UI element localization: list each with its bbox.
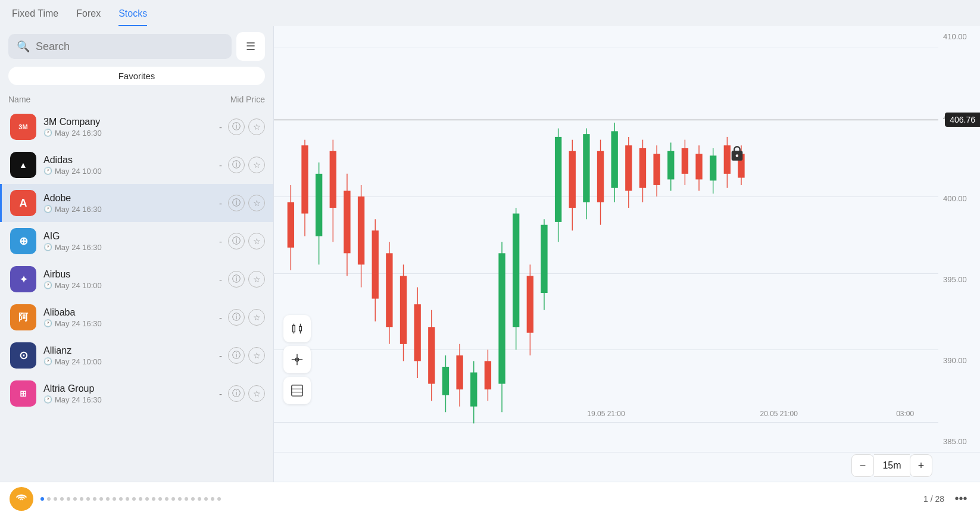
svg-rect-35 [527, 276, 533, 332]
pagination-dot-1[interactable] [40, 497, 44, 501]
svg-rect-29 [485, 361, 491, 389]
tab-fixed-time[interactable]: Fixed Time [12, 8, 58, 26]
stock-actions-adobe: ⓘ ☆ [228, 195, 265, 211]
time-increase-button[interactable]: + [910, 454, 932, 477]
stock-actions-aig: ⓘ ☆ [228, 233, 265, 249]
stock-item-altria[interactable]: ⊞ Altria Group 🕐 May 24 16:30 - ⓘ ☆ [0, 374, 273, 413]
star-icon-3m[interactable]: ☆ [248, 118, 265, 135]
svg-rect-13 [372, 230, 379, 298]
stock-info-alibaba: Alibaba 🕐 May 24 16:30 [43, 307, 219, 328]
tab-stocks[interactable]: Stocks [118, 8, 147, 26]
pagination-dot-14[interactable] [126, 497, 129, 501]
svg-rect-66 [293, 326, 295, 332]
svg-rect-1 [288, 202, 294, 248]
stock-price-altria: - [219, 389, 222, 399]
pagination-dot-21[interactable] [171, 497, 175, 501]
stock-item-aig[interactable]: ⊕ AIG 🕐 May 24 16:30 - ⓘ ☆ [0, 222, 273, 260]
star-icon-aig[interactable]: ☆ [248, 233, 265, 249]
stock-time-3m: 🕐 May 24 16:30 [43, 129, 219, 138]
svg-rect-7 [330, 151, 336, 208]
stock-name-alibaba: Alibaba [43, 307, 219, 318]
info-icon-altria[interactable]: ⓘ [228, 385, 245, 402]
grid-tool-button[interactable] [283, 377, 311, 404]
stock-item-allianz[interactable]: ⊙ Allianz 🕐 May 24 10:00 - ⓘ ☆ [0, 336, 273, 374]
pagination-dot-19[interactable] [158, 497, 162, 501]
pagination-dot-12[interactable] [113, 497, 116, 501]
pagination-dot-16[interactable] [139, 497, 142, 501]
chart-bottom: − 15m + [274, 452, 980, 482]
stock-item-airbus[interactable]: ✦ Airbus 🕐 May 24 10:00 - ⓘ ☆ [0, 260, 273, 298]
price-level-5: 390.00 [943, 356, 975, 365]
search-input[interactable] [36, 40, 223, 53]
time-control: − 15m + [851, 454, 932, 477]
pagination-dot-11[interactable] [106, 497, 110, 501]
stock-logo-airbus: ✦ [10, 266, 36, 292]
pagination-dot-27[interactable] [211, 497, 214, 501]
pagination-dot-5[interactable] [67, 497, 70, 501]
svg-rect-33 [513, 214, 519, 327]
svg-rect-55 [667, 151, 674, 180]
more-button[interactable]: ••• [951, 489, 970, 508]
stock-name-adobe: Adobe [43, 193, 219, 204]
favorites-button[interactable]: Favorites [8, 67, 265, 85]
pagination-dot-10[interactable] [99, 497, 103, 501]
stock-info-adobe: Adobe 🕐 May 24 16:30 [43, 193, 219, 214]
info-icon-adobe[interactable]: ⓘ [228, 195, 245, 211]
star-icon-adidas[interactable]: ☆ [248, 157, 265, 173]
svg-rect-57 [682, 148, 688, 174]
pagination-dot-3[interactable] [54, 497, 57, 501]
stock-item-alibaba[interactable]: 阿 Alibaba 🕐 May 24 16:30 - ⓘ ☆ [0, 298, 273, 336]
pagination-dot-25[interactable] [198, 497, 201, 501]
filter-button[interactable]: ☰ [236, 32, 265, 61]
pagination-dot-24[interactable] [191, 497, 195, 501]
time-decrease-button[interactable]: − [851, 454, 874, 477]
signal-button[interactable] [10, 487, 33, 511]
pagination-dot-2[interactable] [47, 497, 51, 501]
stock-item-3m[interactable]: 3M 3M Company 🕐 May 24 16:30 - ⓘ ☆ [0, 108, 273, 146]
info-icon-airbus[interactable]: ⓘ [228, 271, 245, 288]
stock-item-adidas[interactable]: ▲ Adidas 🕐 May 24 10:00 - ⓘ ☆ [0, 146, 273, 184]
svg-rect-53 [653, 154, 660, 185]
pagination-dot-23[interactable] [185, 497, 188, 501]
pagination-dot-13[interactable] [119, 497, 123, 501]
pagination-dot-18[interactable] [152, 497, 155, 501]
tab-forex[interactable]: Forex [76, 8, 101, 26]
stock-logo-adobe: A [10, 190, 36, 216]
pagination-dot-7[interactable] [80, 497, 83, 501]
star-icon-airbus[interactable]: ☆ [248, 271, 265, 288]
stock-item-adobe[interactable]: A Adobe 🕐 May 24 16:30 - ⓘ ☆ [0, 184, 273, 222]
chart-main[interactable]: 410.00 405.00 400.00 395.00 390.00 385.0… [274, 26, 980, 452]
pagination-dot-20[interactable] [165, 497, 168, 501]
stock-info-allianz: Allianz 🕐 May 24 10:00 [43, 345, 219, 366]
info-icon-aig[interactable]: ⓘ [228, 233, 245, 249]
search-icon: 🔍 [17, 40, 30, 53]
price-level-3: 400.00 [943, 194, 975, 203]
info-icon-adidas[interactable]: ⓘ [228, 157, 245, 173]
search-box[interactable]: 🔍 [8, 34, 232, 59]
info-icon-allianz[interactable]: ⓘ [228, 347, 245, 364]
chart-annotation-icon[interactable] [729, 145, 747, 163]
pagination-dot-9[interactable] [93, 497, 96, 501]
search-row: 🔍 ☰ [0, 32, 273, 67]
candlestick-tool-button[interactable] [283, 315, 311, 342]
pagination-dot-15[interactable] [132, 497, 136, 501]
info-icon-alibaba[interactable]: ⓘ [228, 309, 245, 326]
pagination-dot-26[interactable] [204, 497, 208, 501]
svg-rect-59 [695, 154, 702, 180]
pagination-dot-17[interactable] [145, 497, 149, 501]
star-icon-alibaba[interactable]: ☆ [248, 309, 265, 326]
stock-name-allianz: Allianz [43, 345, 219, 356]
svg-rect-51 [639, 148, 646, 188]
pagination-dot-4[interactable] [60, 497, 64, 501]
star-icon-altria[interactable]: ☆ [248, 385, 265, 402]
pagination-dot-8[interactable] [86, 497, 90, 501]
pagination-dot-28[interactable] [217, 497, 221, 501]
info-icon-3m[interactable]: ⓘ [228, 118, 245, 135]
pagination-dot-22[interactable] [178, 497, 182, 501]
star-icon-adobe[interactable]: ☆ [248, 195, 265, 211]
star-icon-allianz[interactable]: ☆ [248, 347, 265, 364]
sidebar: 🔍 ☰ Favorites Name Mid Price 3M 3M Compa… [0, 26, 274, 482]
crosshair-tool-button[interactable] [283, 346, 311, 373]
pagination-dot-6[interactable] [73, 497, 77, 501]
stock-time-allianz: 🕐 May 24 10:00 [43, 357, 219, 366]
